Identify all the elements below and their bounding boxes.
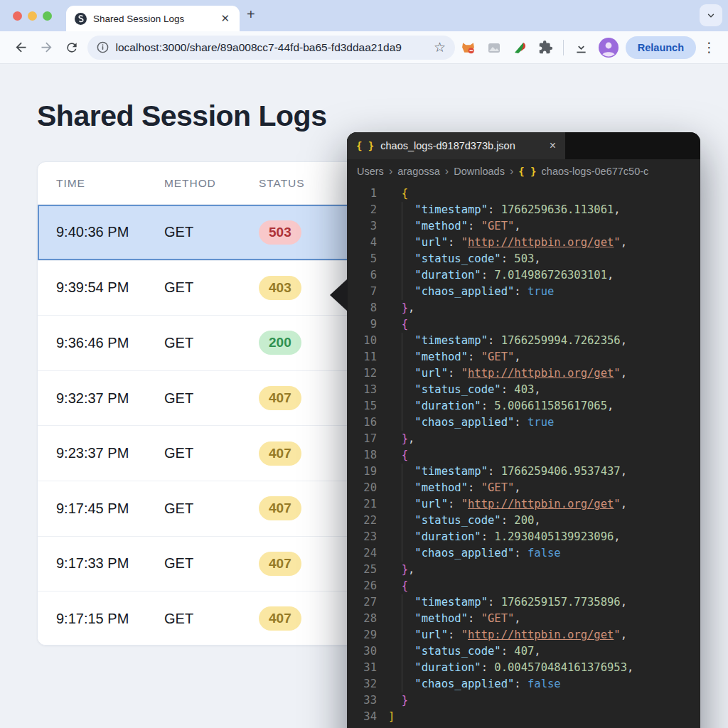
forward-button[interactable] <box>38 39 55 56</box>
code-line: 33 } <box>347 692 700 709</box>
row-time: 9:17:45 PM <box>56 500 164 517</box>
browser-tab-strip: Shared Session Logs ✕ + <box>0 0 728 31</box>
code-line: 34] <box>347 709 700 725</box>
code-token: , <box>607 400 614 412</box>
code-token: "url" <box>388 236 448 249</box>
browser-toolbar: localhost:3000/share/89a008cc7-44fd-ba65… <box>0 31 728 64</box>
profile-avatar[interactable] <box>599 38 619 58</box>
code-text: "method": "GET", <box>388 218 521 235</box>
extension-gray-icon[interactable] <box>486 39 503 55</box>
indent-guide <box>402 496 402 513</box>
indent-guide <box>402 267 402 284</box>
code-token: "method" <box>388 481 468 494</box>
code-line: 8 }, <box>347 300 700 316</box>
breadcrumb-chevron-icon: › <box>445 165 449 178</box>
code-text: ] <box>388 709 395 725</box>
close-icon[interactable]: × <box>550 140 556 151</box>
line-number: 18 <box>347 447 377 464</box>
breadcrumb-item[interactable]: aragossa <box>397 166 440 177</box>
code-token: http://httpbin.org/get <box>468 236 614 249</box>
code-token: : <box>488 465 501 478</box>
indent-guide <box>402 349 402 365</box>
line-number: 6 <box>347 267 377 284</box>
code-text: { <box>388 447 408 464</box>
code-line: 23 "duration": 1.2930405139923096, <box>347 529 700 545</box>
code-token: "method" <box>388 612 468 625</box>
browser-tab[interactable]: Shared Session Logs ✕ <box>66 6 240 31</box>
zoom-window-button[interactable] <box>43 11 52 21</box>
extension-feather-icon[interactable] <box>512 39 528 55</box>
line-number: 27 <box>347 594 377 611</box>
code-token: : <box>448 367 461 380</box>
address-bar[interactable]: localhost:3000/share/89a008cc7-44fd-ba65… <box>87 36 456 60</box>
code-token: { <box>388 187 408 200</box>
minimize-window-button[interactable] <box>28 11 37 21</box>
json-viewer-tab-bar: { } chaos_logs-d9187d373b.json × <box>347 132 700 159</box>
code-token: http://httpbin.org/get <box>468 628 614 641</box>
back-arrow-icon <box>14 40 28 55</box>
extension-fox-icon[interactable] <box>460 39 476 55</box>
downloads-button[interactable] <box>573 39 589 55</box>
avatar-icon <box>599 38 619 58</box>
relaunch-button[interactable]: Relaunch <box>626 36 696 59</box>
code-token: " <box>614 498 620 510</box>
gray-extension-icon <box>487 41 501 55</box>
code-token: "url" <box>388 498 448 510</box>
site-favicon-icon <box>75 13 87 25</box>
code-text: "duration": 5.006611585617065, <box>388 398 614 414</box>
code-token: } <box>388 301 408 314</box>
code-token: "url" <box>388 628 448 641</box>
bookmark-star-icon[interactable]: ☆ <box>434 41 446 54</box>
tab-close-icon[interactable]: ✕ <box>219 12 231 25</box>
json-code-editor[interactable]: 1 {2 "timestamp": 1766259636.113061,3 "m… <box>347 183 700 728</box>
close-window-button[interactable] <box>13 11 22 21</box>
row-time: 9:17:15 PM <box>56 611 164 627</box>
reload-button[interactable] <box>63 39 80 56</box>
code-line: 17 }, <box>347 431 700 447</box>
indent-guide <box>402 218 402 235</box>
breadcrumb-chevron-icon: › <box>510 165 513 178</box>
code-text: "chaos_applied": false <box>388 676 561 692</box>
code-text: { <box>388 186 408 202</box>
code-token: false <box>528 678 561 690</box>
code-token: "GET" <box>481 612 515 625</box>
line-number: 5 <box>347 251 377 267</box>
indent-guide <box>402 545 402 562</box>
row-method: GET <box>164 279 259 296</box>
puzzle-piece-icon <box>538 40 553 55</box>
row-status-cell: 407 <box>259 441 358 466</box>
breadcrumb-item[interactable]: Users <box>357 166 384 177</box>
code-line: 18 { <box>347 447 700 464</box>
tab-search-chevron-button[interactable] <box>700 4 722 26</box>
code-token: ] <box>388 710 395 723</box>
indent-guide <box>402 676 402 692</box>
json-file-tab[interactable]: { } chaos_logs-d9187d373b.json × <box>347 132 565 159</box>
breadcrumb-item[interactable]: Downloads <box>454 166 505 177</box>
site-info-icon[interactable] <box>97 41 109 53</box>
code-token: : <box>488 334 501 347</box>
code-text: "url": "http://httpbin.org/get", <box>388 627 627 643</box>
new-tab-button[interactable]: + <box>247 7 255 21</box>
code-token: "GET" <box>481 350 515 363</box>
breadcrumb-file[interactable]: chaos-logs-0e677c50-c <box>542 166 649 177</box>
code-line: 4 "url": "http://httpbin.org/get", <box>347 235 700 251</box>
json-viewer-panel: { } chaos_logs-d9187d373b.json × Users›a… <box>347 132 700 728</box>
code-token: , <box>621 334 627 347</box>
line-number: 32 <box>347 676 377 692</box>
row-method: GET <box>164 390 259 407</box>
back-button[interactable] <box>13 39 30 56</box>
indent-guide <box>402 594 402 611</box>
code-line: 2 "timestamp": 1766259636.113061, <box>347 202 700 218</box>
code-token: , <box>534 514 540 527</box>
line-number: 31 <box>347 660 377 676</box>
code-text: "method": "GET", <box>388 480 521 496</box>
code-text: "timestamp": 1766259994.7262356, <box>388 333 627 349</box>
row-time: 9:17:33 PM <box>56 555 164 572</box>
code-token: 503 <box>514 252 534 265</box>
code-line: 22 "status_code": 200, <box>347 513 700 529</box>
browser-menu-icon[interactable]: ⋮ <box>702 39 716 55</box>
status-badge: 403 <box>259 276 301 300</box>
code-token: , <box>534 383 540 396</box>
extensions-menu-button[interactable] <box>538 39 555 55</box>
code-text: "url": "http://httpbin.org/get", <box>388 496 627 513</box>
